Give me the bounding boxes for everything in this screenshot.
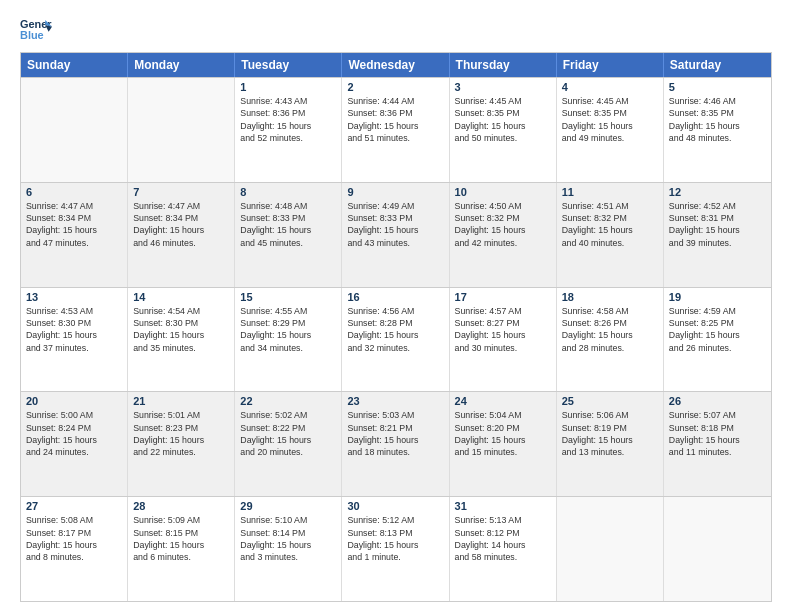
day-number: 4 [562,81,658,93]
week-row-4: 20Sunrise: 5:00 AM Sunset: 8:24 PM Dayli… [21,391,771,496]
day-number: 26 [669,395,766,407]
empty-cell [664,497,771,601]
day-info: Sunrise: 4:52 AM Sunset: 8:31 PM Dayligh… [669,200,766,249]
day-number: 20 [26,395,122,407]
day-number: 31 [455,500,551,512]
day-info: Sunrise: 5:04 AM Sunset: 8:20 PM Dayligh… [455,409,551,458]
svg-text:Blue: Blue [20,29,44,41]
day-info: Sunrise: 5:07 AM Sunset: 8:18 PM Dayligh… [669,409,766,458]
day-cell-14: 14Sunrise: 4:54 AM Sunset: 8:30 PM Dayli… [128,288,235,392]
day-info: Sunrise: 5:12 AM Sunset: 8:13 PM Dayligh… [347,514,443,563]
day-number: 2 [347,81,443,93]
day-info: Sunrise: 4:44 AM Sunset: 8:36 PM Dayligh… [347,95,443,144]
day-cell-5: 5Sunrise: 4:46 AM Sunset: 8:35 PM Daylig… [664,78,771,182]
day-info: Sunrise: 4:57 AM Sunset: 8:27 PM Dayligh… [455,305,551,354]
day-number: 16 [347,291,443,303]
day-info: Sunrise: 4:49 AM Sunset: 8:33 PM Dayligh… [347,200,443,249]
header-monday: Monday [128,53,235,77]
day-info: Sunrise: 4:43 AM Sunset: 8:36 PM Dayligh… [240,95,336,144]
day-number: 21 [133,395,229,407]
day-number: 12 [669,186,766,198]
day-info: Sunrise: 4:50 AM Sunset: 8:32 PM Dayligh… [455,200,551,249]
week-row-3: 13Sunrise: 4:53 AM Sunset: 8:30 PM Dayli… [21,287,771,392]
day-cell-23: 23Sunrise: 5:03 AM Sunset: 8:21 PM Dayli… [342,392,449,496]
day-number: 10 [455,186,551,198]
day-number: 8 [240,186,336,198]
empty-cell [128,78,235,182]
day-number: 13 [26,291,122,303]
day-number: 30 [347,500,443,512]
day-info: Sunrise: 5:09 AM Sunset: 8:15 PM Dayligh… [133,514,229,563]
day-cell-2: 2Sunrise: 4:44 AM Sunset: 8:36 PM Daylig… [342,78,449,182]
day-cell-11: 11Sunrise: 4:51 AM Sunset: 8:32 PM Dayli… [557,183,664,287]
day-cell-28: 28Sunrise: 5:09 AM Sunset: 8:15 PM Dayli… [128,497,235,601]
day-info: Sunrise: 4:46 AM Sunset: 8:35 PM Dayligh… [669,95,766,144]
day-number: 24 [455,395,551,407]
day-info: Sunrise: 5:01 AM Sunset: 8:23 PM Dayligh… [133,409,229,458]
header-thursday: Thursday [450,53,557,77]
day-number: 9 [347,186,443,198]
day-info: Sunrise: 5:00 AM Sunset: 8:24 PM Dayligh… [26,409,122,458]
day-info: Sunrise: 5:06 AM Sunset: 8:19 PM Dayligh… [562,409,658,458]
day-cell-25: 25Sunrise: 5:06 AM Sunset: 8:19 PM Dayli… [557,392,664,496]
day-cell-1: 1Sunrise: 4:43 AM Sunset: 8:36 PM Daylig… [235,78,342,182]
day-number: 23 [347,395,443,407]
day-number: 11 [562,186,658,198]
header-sunday: Sunday [21,53,128,77]
day-cell-6: 6Sunrise: 4:47 AM Sunset: 8:34 PM Daylig… [21,183,128,287]
day-info: Sunrise: 4:59 AM Sunset: 8:25 PM Dayligh… [669,305,766,354]
calendar-body: 1Sunrise: 4:43 AM Sunset: 8:36 PM Daylig… [21,77,771,601]
day-number: 18 [562,291,658,303]
day-number: 7 [133,186,229,198]
day-info: Sunrise: 4:55 AM Sunset: 8:29 PM Dayligh… [240,305,336,354]
day-number: 5 [669,81,766,93]
day-cell-3: 3Sunrise: 4:45 AM Sunset: 8:35 PM Daylig… [450,78,557,182]
day-info: Sunrise: 4:58 AM Sunset: 8:26 PM Dayligh… [562,305,658,354]
header-friday: Friday [557,53,664,77]
day-number: 27 [26,500,122,512]
day-cell-7: 7Sunrise: 4:47 AM Sunset: 8:34 PM Daylig… [128,183,235,287]
week-row-1: 1Sunrise: 4:43 AM Sunset: 8:36 PM Daylig… [21,77,771,182]
day-cell-15: 15Sunrise: 4:55 AM Sunset: 8:29 PM Dayli… [235,288,342,392]
day-cell-17: 17Sunrise: 4:57 AM Sunset: 8:27 PM Dayli… [450,288,557,392]
logo: General Blue [20,16,52,44]
day-number: 14 [133,291,229,303]
day-number: 6 [26,186,122,198]
day-number: 28 [133,500,229,512]
day-cell-26: 26Sunrise: 5:07 AM Sunset: 8:18 PM Dayli… [664,392,771,496]
week-row-2: 6Sunrise: 4:47 AM Sunset: 8:34 PM Daylig… [21,182,771,287]
day-info: Sunrise: 5:03 AM Sunset: 8:21 PM Dayligh… [347,409,443,458]
day-cell-20: 20Sunrise: 5:00 AM Sunset: 8:24 PM Dayli… [21,392,128,496]
day-cell-29: 29Sunrise: 5:10 AM Sunset: 8:14 PM Dayli… [235,497,342,601]
day-cell-8: 8Sunrise: 4:48 AM Sunset: 8:33 PM Daylig… [235,183,342,287]
day-cell-16: 16Sunrise: 4:56 AM Sunset: 8:28 PM Dayli… [342,288,449,392]
day-info: Sunrise: 4:54 AM Sunset: 8:30 PM Dayligh… [133,305,229,354]
day-number: 15 [240,291,336,303]
day-info: Sunrise: 4:45 AM Sunset: 8:35 PM Dayligh… [455,95,551,144]
day-info: Sunrise: 4:45 AM Sunset: 8:35 PM Dayligh… [562,95,658,144]
day-cell-13: 13Sunrise: 4:53 AM Sunset: 8:30 PM Dayli… [21,288,128,392]
day-cell-22: 22Sunrise: 5:02 AM Sunset: 8:22 PM Dayli… [235,392,342,496]
day-number: 3 [455,81,551,93]
day-number: 17 [455,291,551,303]
calendar-header: SundayMondayTuesdayWednesdayThursdayFrid… [21,53,771,77]
day-number: 22 [240,395,336,407]
empty-cell [21,78,128,182]
day-info: Sunrise: 4:56 AM Sunset: 8:28 PM Dayligh… [347,305,443,354]
day-info: Sunrise: 4:47 AM Sunset: 8:34 PM Dayligh… [133,200,229,249]
day-cell-12: 12Sunrise: 4:52 AM Sunset: 8:31 PM Dayli… [664,183,771,287]
day-number: 19 [669,291,766,303]
day-cell-27: 27Sunrise: 5:08 AM Sunset: 8:17 PM Dayli… [21,497,128,601]
day-cell-21: 21Sunrise: 5:01 AM Sunset: 8:23 PM Dayli… [128,392,235,496]
day-info: Sunrise: 5:08 AM Sunset: 8:17 PM Dayligh… [26,514,122,563]
day-cell-9: 9Sunrise: 4:49 AM Sunset: 8:33 PM Daylig… [342,183,449,287]
day-info: Sunrise: 5:02 AM Sunset: 8:22 PM Dayligh… [240,409,336,458]
calendar: SundayMondayTuesdayWednesdayThursdayFrid… [20,52,772,602]
day-info: Sunrise: 4:51 AM Sunset: 8:32 PM Dayligh… [562,200,658,249]
day-info: Sunrise: 5:10 AM Sunset: 8:14 PM Dayligh… [240,514,336,563]
header-wednesday: Wednesday [342,53,449,77]
day-cell-24: 24Sunrise: 5:04 AM Sunset: 8:20 PM Dayli… [450,392,557,496]
day-number: 29 [240,500,336,512]
day-cell-18: 18Sunrise: 4:58 AM Sunset: 8:26 PM Dayli… [557,288,664,392]
day-info: Sunrise: 4:48 AM Sunset: 8:33 PM Dayligh… [240,200,336,249]
